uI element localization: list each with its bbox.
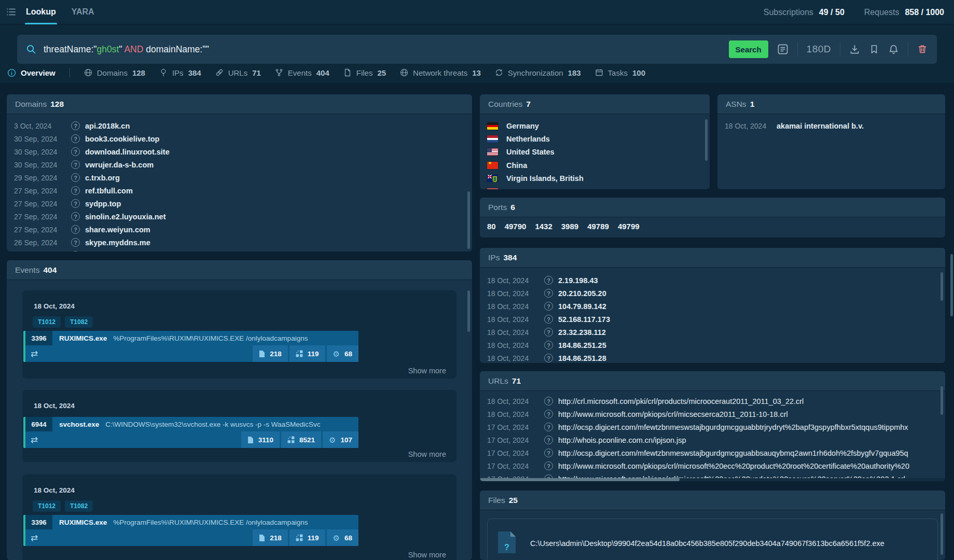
search-button[interactable]: Search [729,40,768,58]
country-row[interactable]: United States [480,146,710,159]
port-value[interactable]: 80 [487,222,496,231]
port-value[interactable]: 1432 [535,222,552,231]
question-icon[interactable]: ? [71,199,80,208]
question-icon[interactable]: ? [71,212,80,221]
domains-scrollbar[interactable] [467,191,470,249]
file-counter[interactable]: 218 [253,345,288,362]
question-icon[interactable]: ? [544,461,553,470]
urls-horizontal-scrollbar[interactable] [480,478,945,481]
ip-value[interactable]: 184.86.251.28 [558,354,606,362]
tab-overview[interactable]: Overview [7,68,56,77]
question-icon[interactable]: ? [544,315,553,324]
question-icon[interactable]: ? [544,341,553,349]
tab-ips[interactable]: IPs 384 [159,68,201,77]
domain-row[interactable]: 27 Sep, 2024?ref.tbfull.com [7,184,472,197]
port-value[interactable]: 3989 [561,222,578,231]
url-value[interactable]: http://ocsp.digicert.com/mfewtzbnmeswsta… [558,423,908,431]
menu-list-icon[interactable] [6,7,17,17]
ip-row[interactable]: 18 Oct, 2024?20.210.205.20 [480,287,945,300]
ip-value[interactable]: 104.79.89.142 [558,302,606,311]
process-row[interactable]: 3396RUXIMICS.exe%ProgramFiles%\RUXIM\RUX… [23,515,358,546]
page-scrollbar[interactable] [950,254,953,316]
question-icon[interactable]: ? [544,436,553,444]
domain-row[interactable]: 30 Sep, 2024?download.linuxroot.site [7,145,472,158]
domain-row[interactable]: 3 Oct, 2024?api.2018k.cn [7,119,472,132]
domain-value[interactable]: c.trxb.org [85,174,120,182]
nav-tab-yara[interactable]: YARA [71,0,95,24]
process-row[interactable]: 6944svchost.exeC:\WINDOWS\system32\svcho… [23,417,358,448]
asn-value[interactable]: akamai international b.v. [777,122,864,130]
ips-scrollbar[interactable] [941,272,943,301]
question-icon[interactable]: ? [71,186,80,195]
port-value[interactable]: 49789 [587,222,609,231]
domain-row[interactable]: 26 Sep, 2024?skype.myddns.me [7,236,472,249]
tab-urls[interactable]: URLs 71 [215,68,261,77]
domain-value[interactable]: skype.myddns.me [85,239,150,247]
modules-counter[interactable]: 119 [289,529,325,546]
domain-row[interactable]: 30 Sep, 2024?vwrujer.da-s-b.com [7,158,472,171]
question-icon[interactable]: ? [71,251,80,251]
search-query-input[interactable]: threatName:"gh0st" AND domainName:"" [44,44,209,55]
events-scrollbar[interactable] [467,290,470,332]
question-icon[interactable]: ? [544,410,553,418]
country-row[interactable]: Netherlands [480,132,710,145]
technique-tag[interactable]: T1012 [33,316,61,328]
gear-counter[interactable]: ⚙68 [327,345,358,362]
port-value[interactable]: 49790 [505,222,527,231]
domain-row[interactable]: 29 Sep, 2024?c.trxb.org [7,171,472,184]
bell-icon[interactable] [888,44,899,55]
domain-value[interactable]: download.linuxroot.site [85,148,170,156]
question-icon[interactable]: ? [544,449,553,457]
url-row[interactable]: 17 Oct, 2024?http://ocsp.digicert.com/mf… [480,421,945,433]
url-value[interactable]: http://www.microsoft.com/pkiops/crl/mics… [558,410,788,418]
tab-events[interactable]: Events 404 [275,68,329,77]
modules-counter[interactable]: 119 [289,345,325,362]
question-icon[interactable]: ? [544,302,553,311]
ip-value[interactable]: 184.86.251.25 [558,341,606,349]
file-counter[interactable]: 3110 [241,431,280,448]
file-entry[interactable]: ? C:\Users\admin\Desktop\99904f2ea54d18a… [487,519,938,560]
domain-value[interactable]: share.weiyun.com [85,226,150,234]
question-icon[interactable]: ? [544,328,553,337]
query-history-icon[interactable] [777,44,789,55]
url-row[interactable]: 18 Oct, 2024?http://crl.microsoft.com/pk… [480,395,945,408]
question-icon[interactable]: ? [71,225,80,234]
technique-tag[interactable]: T1082 [65,316,93,328]
url-row[interactable]: 17 Oct, 2024?http://ocsp.digicert.com/mf… [480,446,945,459]
question-icon[interactable]: ? [544,276,553,285]
technique-tag[interactable]: T1082 [65,500,93,512]
domain-row[interactable]: 27 Sep, 2024?sinolin.e2.luyouxia.net [7,210,472,223]
domain-row[interactable]: 27 Sep, 2024?sydpp.top [7,197,472,210]
tab-network-threats[interactable]: Network threats 13 [400,68,481,77]
file-path[interactable]: C:\Users\admin\Desktop\99904f2ea54d18a0b… [530,537,884,551]
domain-value[interactable]: sinolin.e2.luyouxia.net [85,213,166,221]
question-icon[interactable]: ? [544,397,553,405]
question-icon[interactable]: ? [71,121,80,130]
domain-value[interactable]: vwrujer.da-s-b.com [85,161,154,169]
domain-row[interactable]: ? [7,249,472,251]
domain-value[interactable]: book3.cookielive.top [85,135,159,143]
ip-value[interactable]: 2.19.198.43 [558,276,598,285]
domain-row[interactable]: 30 Sep, 2024?book3.cookielive.top [7,132,472,145]
period-selector[interactable]: 180D [807,44,831,55]
question-icon[interactable]: ? [71,238,80,247]
question-icon[interactable]: ? [544,423,553,431]
search-bar[interactable]: threatName:"gh0st" AND domainName:"" Sea… [17,35,937,64]
modules-counter[interactable]: 8521 [281,431,321,448]
question-icon[interactable]: ? [71,173,80,182]
gear-counter[interactable]: ⚙107 [323,431,358,448]
ip-value[interactable]: 23.32.238.112 [558,328,606,337]
ip-row[interactable]: 18 Oct, 2024?184.86.251.28 [480,352,945,363]
port-value[interactable]: 49799 [618,222,640,231]
domain-value[interactable]: api.2018k.cn [85,122,130,130]
download-icon[interactable] [849,44,860,55]
ip-row[interactable]: 18 Oct, 2024?23.32.238.112 [480,326,945,339]
url-value[interactable]: http://whois.pconline.com.cn/ipjson.jsp [558,436,686,444]
nav-tab-lookup[interactable]: Lookup [25,0,57,24]
tab-domains[interactable]: Domains 128 [84,68,145,77]
url-value[interactable]: http://www.microsoft.com/pkiops/crl/micr… [558,462,909,470]
trash-icon[interactable] [917,44,928,54]
url-row[interactable]: 17 Oct, 2024?http://whois.pconline.com.c… [480,433,945,446]
question-icon[interactable]: ? [544,289,553,298]
question-icon[interactable]: ? [71,160,80,169]
